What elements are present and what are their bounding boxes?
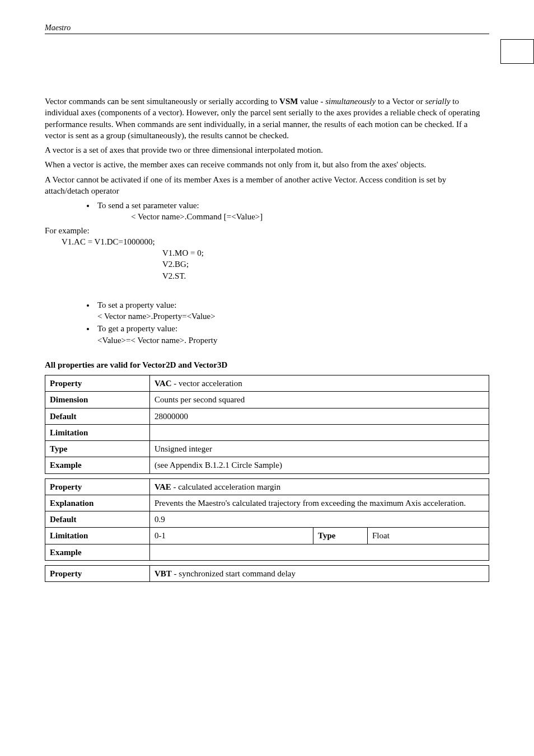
cell-default-value: 28000000 <box>150 408 489 424</box>
table-row: Type Unsigned integer <box>45 441 489 457</box>
cell-limitation-value <box>150 424 489 440</box>
corner-box <box>500 39 534 64</box>
bullet-code: < Vector name>.Command [=<Value>] <box>131 211 489 222</box>
table-row: Default 28000000 <box>45 408 489 424</box>
table-row: Property VBT - synchronized start comman… <box>45 565 489 581</box>
header-title: Maestro <box>45 24 71 32</box>
table-row: Explanation Prevents the Maestro's calcu… <box>45 495 489 511</box>
paragraph-2: A vector is a set of axes that provide t… <box>45 144 489 156</box>
text: - synchronized start command delay <box>172 569 296 578</box>
cell-dimension-value: Counts per second squared <box>150 392 489 408</box>
cell-example-label: Example <box>45 457 150 473</box>
text: to a Vector or <box>376 97 425 106</box>
bullet-code: <Value>=< Vector name>. Property <box>97 336 217 345</box>
table-row: Dimension Counts per second squared <box>45 392 489 408</box>
section-heading: All properties are valid for Vector2D an… <box>45 359 489 370</box>
table-vac: Property VAC - vector acceleration Dimen… <box>45 375 489 474</box>
cell-type-label: Type <box>313 528 368 544</box>
text: Vector commands can be sent simultaneous… <box>45 97 279 106</box>
text-bold: VBT <box>154 569 172 578</box>
table-row: Limitation <box>45 424 489 440</box>
table-vbt: Property VBT - synchronized start comman… <box>45 565 489 582</box>
bullet-set: To set a property value: < Vector name>.… <box>95 299 489 322</box>
example-line-1: V1.AC = V1.DC=1000000; <box>62 236 489 247</box>
bullet-code: < Vector name>.Property=<Value> <box>97 312 216 321</box>
text-bold: VAC <box>154 379 172 388</box>
cell-property-label: Property <box>45 375 150 392</box>
paragraph-3: When a vector is active, the member axes… <box>45 159 489 170</box>
text: value - <box>298 97 325 106</box>
text-italic: simultaneously <box>325 97 376 106</box>
table-vae: Property VAE - calculated acceleration m… <box>45 478 489 561</box>
table-row: Property VAE - calculated acceleration m… <box>45 478 489 495</box>
cell-property-label: Property <box>45 565 150 581</box>
table-row: Example (see Appendix B.1.2.1 Circle Sam… <box>45 457 489 473</box>
text-bold: VAE <box>154 482 171 491</box>
cell-default-label: Default <box>45 511 150 528</box>
cell-explanation-value: Prevents the Maestro's calculated trajec… <box>150 495 489 511</box>
bullet-text: To send a set parameter value: <box>97 201 199 210</box>
cell-limitation-label: Limitation <box>45 528 150 544</box>
cell-example-value <box>150 544 489 560</box>
bullet-send: To send a set parameter value: < Vector … <box>95 200 489 223</box>
table-row: Limitation 0-1 Type Float <box>45 528 489 544</box>
bullet-text: To set a property value: <box>97 300 176 309</box>
text-italic: serially <box>425 97 451 106</box>
example-line-3: V2.BG; <box>162 259 489 270</box>
cell-default-label: Default <box>45 408 150 424</box>
cell-limitation-value: 0-1 <box>150 528 313 544</box>
paragraph-1: Vector commands can be sent simultaneous… <box>45 96 489 141</box>
table-row: Example <box>45 544 489 560</box>
cell-property-value: VAE - calculated acceleration margin <box>150 478 489 495</box>
bullet-get: To get a property value: <Value>=< Vecto… <box>95 323 489 346</box>
table-row: Property VAC - vector acceleration <box>45 375 489 392</box>
text-bold-vsm: VSM <box>279 97 298 106</box>
example-label: For example: <box>45 225 489 236</box>
example-line-4: V2.ST. <box>162 270 489 281</box>
cell-type-value: Float <box>368 528 489 544</box>
page-header: Maestro <box>45 22 489 34</box>
bullet-text: To get a property value: <box>97 324 177 333</box>
cell-property-value: VAC - vector acceleration <box>150 375 489 392</box>
table-row: Default 0.9 <box>45 511 489 528</box>
cell-limitation-label: Limitation <box>45 424 150 440</box>
cell-example-value: (see Appendix B.1.2.1 Circle Sample) <box>150 457 489 473</box>
cell-default-value: 0.9 <box>150 511 489 528</box>
cell-dimension-label: Dimension <box>45 392 150 408</box>
cell-explanation-label: Explanation <box>45 495 150 511</box>
cell-example-label: Example <box>45 544 150 560</box>
example-line-2: V1.MO = 0; <box>162 247 489 259</box>
text: - vector acceleration <box>172 379 242 388</box>
text: - calculated acceleration margin <box>171 482 280 491</box>
cell-property-label: Property <box>45 478 150 495</box>
cell-type-value: Unsigned integer <box>150 441 489 457</box>
cell-type-label: Type <box>45 441 150 457</box>
paragraph-4: A Vector cannot be activated if one of i… <box>45 174 489 197</box>
cell-property-value: VBT - synchronized start command delay <box>150 565 489 581</box>
